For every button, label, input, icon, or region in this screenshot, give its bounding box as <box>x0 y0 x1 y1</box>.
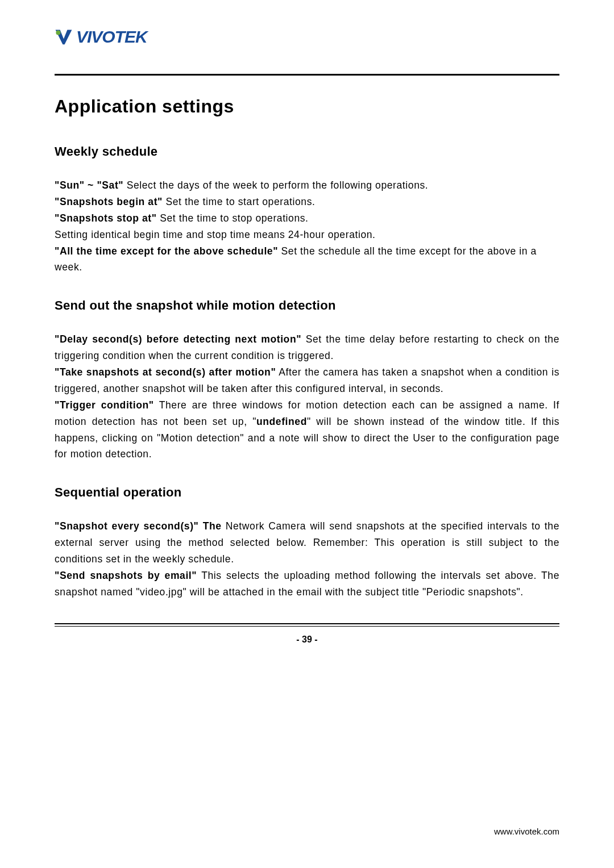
sequential-para2: "Send snapshots by email" This selects t… <box>55 567 559 600</box>
weekly-para1: "Sun" ~ "Sat" Select the days of the wee… <box>55 177 559 194</box>
motion-para2-bold: "Take snapshots at second(s) after motio… <box>55 366 276 378</box>
weekly-para2-text: Set the time to start operations. <box>163 196 315 207</box>
sequential-para1-bold: "Snapshot every second(s)" The <box>55 520 222 532</box>
sequential-operation-section: Sequential operation "Snapshot every sec… <box>55 485 559 600</box>
page-title: Application settings <box>55 96 559 117</box>
motion-para1-bold: "Delay second(s) before detecting next m… <box>55 333 301 345</box>
motion-para2: "Take snapshots at second(s) after motio… <box>55 364 559 397</box>
motion-para3-bold: "Trigger condition" <box>55 399 154 411</box>
weekly-schedule-section: Weekly schedule "Sun" ~ "Sat" Select the… <box>55 144 559 276</box>
sequential-para1: "Snapshot every second(s)" The Network C… <box>55 518 559 567</box>
page-number: - 39 - <box>55 635 559 645</box>
footer-url: www.vivotek.com <box>494 827 559 836</box>
header-rule <box>55 74 559 76</box>
weekly-para3-bold: "Snapshots stop at" <box>55 212 157 224</box>
svg-point-0 <box>56 30 60 35</box>
vivotek-logo-icon <box>55 29 73 45</box>
weekly-para2: "Snapshots begin at" Set the time to sta… <box>55 194 559 210</box>
sequential-heading: Sequential operation <box>55 485 559 500</box>
motion-para1: "Delay second(s) before detecting next m… <box>55 331 559 364</box>
weekly-para1-bold: "Sun" ~ "Sat" <box>55 180 123 191</box>
weekly-para1-text: Select the days of the week to perform t… <box>123 180 428 191</box>
weekly-para2-bold: "Snapshots begin at" <box>55 196 163 207</box>
logo-text: VIVOTEK <box>76 27 147 47</box>
weekly-heading: Weekly schedule <box>55 144 559 159</box>
motion-para3: "Trigger condition" There are three wind… <box>55 397 559 463</box>
logo: VIVOTEK <box>55 27 559 47</box>
motion-detection-section: Send out the snapshot while motion detec… <box>55 298 559 462</box>
weekly-para5-bold: "All the time except for the above sched… <box>55 245 278 257</box>
sequential-para2-bold: "Send snapshots by email" <box>55 570 197 581</box>
weekly-para5: "All the time except for the above sched… <box>55 243 559 276</box>
motion-para3-bold2: undefined <box>256 416 307 427</box>
footer-rule <box>55 623 559 628</box>
motion-heading: Send out the snapshot while motion detec… <box>55 298 559 313</box>
weekly-para3: "Snapshots stop at" Set the time to stop… <box>55 210 559 227</box>
weekly-para3-text: Set the time to stop operations. <box>157 212 309 224</box>
weekly-para4: Setting identical begin time and stop ti… <box>55 227 559 243</box>
